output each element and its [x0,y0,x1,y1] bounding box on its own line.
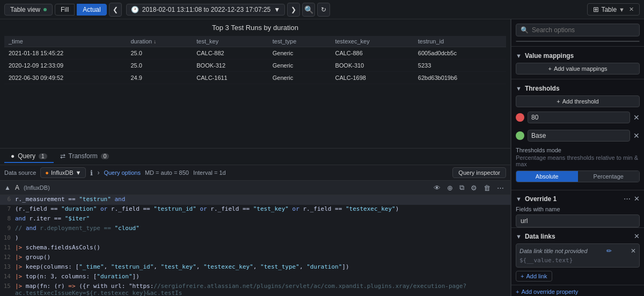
panel-title: Table [601,6,617,13]
value-mappings-section: ▼ Value mappings + Add value mappings [511,46,644,79]
fill-button[interactable]: Fill [55,4,75,16]
zoom-button[interactable]: 🔍 [302,3,315,17]
add-value-mappings-button[interactable]: + Add value mappings [516,63,640,75]
line-content: // and r.deployment_type == "cloud" [15,224,510,232]
query-toolbar: Data source ● InfluxDB ▼ ℹ › Query optio… [0,165,510,181]
datasource-select[interactable]: ● InfluxDB ▼ [40,167,86,178]
time-next-button[interactable]: ❯ [287,3,300,17]
collapse-icon[interactable]: ▲ [4,184,11,191]
data-link-value: ${__value.text} [519,257,636,264]
panel-close-icon[interactable]: ✕ [629,6,634,13]
threshold-delete-icon[interactable]: ✕ [633,131,640,140]
table-cell: 24.9 [126,72,192,84]
threshold-value-input[interactable] [528,112,630,123]
threshold-mode-section: Thresholds mode Percentage means thresho… [511,144,644,186]
threshold-row: ✕ [511,109,644,125]
search-icon: 🔍 [521,26,529,34]
data-links-section: ▼ Data links ✕ Data link title not provi… [511,227,644,285]
editor-sublabel: (InfluxDB) [24,184,50,191]
add-override-property-button[interactable]: + Add override property [511,285,644,296]
plus-icon: + [521,273,524,279]
actual-button[interactable]: Actual [77,4,106,16]
override-close-icon[interactable]: ✕ [634,195,640,203]
influxdb-icon: ● [45,169,49,176]
value-mappings-header[interactable]: ▼ Value mappings [511,51,644,63]
add-link-button[interactable]: + Add link [516,271,552,282]
panel-menu-icon[interactable]: ▼ [619,6,625,13]
tab-transform[interactable]: ⇄ Transform 0 [54,150,116,163]
plus-icon: + [516,288,519,295]
delete-button[interactable]: 🗑 [481,183,493,193]
table-cell: Generic [268,60,331,72]
overrides-button[interactable]: Overrides [578,41,640,42]
query-inspector-button[interactable]: Query inspector [452,167,506,178]
chevron-down-icon: ▼ [516,85,522,92]
absolute-button[interactable]: Absolute [516,171,578,182]
settings-button[interactable]: ⚙ [469,183,479,193]
refresh-button[interactable]: ↻ [317,3,330,17]
thresholds-title: Thresholds [525,85,640,92]
line-number: 7 [0,205,15,212]
tab-query[interactable]: ● Query 1 [4,150,54,163]
table-row[interactable]: 2020-12-09 12:33:0925.0BOOK-312GenericBO… [4,60,506,72]
fields-select[interactable]: url [516,214,640,227]
all-button[interactable]: All [516,41,578,42]
threshold-mode-desc: Percentage means thresholds relative to … [516,154,640,167]
line-content: |> group() [15,253,510,261]
add-filter-button[interactable]: ⊕ [445,183,455,193]
thresholds-header[interactable]: ▼ Thresholds [511,84,644,95]
copy-button[interactable]: ⧉ [457,182,466,193]
threshold-delete-icon[interactable]: ✕ [633,113,640,122]
tab-query-label: Query [18,152,35,160]
percentage-button[interactable]: Percentage [578,171,640,182]
override-header: ▼ Override 1 ⋯ ✕ [511,194,644,206]
left-panel: Top 3 Test Runs by duration _time durati… [0,19,511,296]
datasource-label: Data source [4,169,36,176]
data-links-close-icon[interactable]: ✕ [634,232,640,240]
query-tabs: ● Query 1 ⇄ Transform 0 [0,148,510,165]
line-content: r._measurement == "testrun" and [15,195,510,203]
delete-link-icon[interactable]: ✕ [631,247,636,255]
edit-icon[interactable]: ✏ [606,247,612,255]
override-title: Override 1 [525,195,620,203]
chevron-down-icon: ▼ [516,196,522,202]
data-table: _time duration ↓ test_key test_type test… [4,36,506,84]
data-links-header: ▼ Data links ✕ [511,231,644,243]
code-line: 12|> group() [0,253,510,263]
line-number: 6 [0,195,15,203]
query-options-button[interactable]: Query options [104,169,140,176]
hide-button[interactable]: 👁 [431,183,443,193]
view-dot [43,8,47,11]
code-line: 9 // and r.deployment_type == "cloud" [0,224,510,234]
info-icon[interactable]: ℹ [90,169,93,177]
code-line: 6 r._measurement == "testrun" and [0,195,510,205]
plus-icon: + [548,65,551,72]
code-line: 10) [0,234,510,243]
editor-header: ▲ A (InfluxDB) 👁 ⊕ ⧉ ⚙ 🗑 ⋯ [0,181,510,195]
all-overrides-toggle: All Overrides [516,41,640,42]
table-row[interactable]: 2021-01-18 15:45:2225.0CALC-882GenericCA… [4,47,506,60]
threshold-value-input[interactable] [528,130,630,142]
table-view-button[interactable]: Table view [4,4,53,16]
sort-icon: ↓ [153,39,156,45]
override-more-icon[interactable]: ⋯ [624,195,631,203]
line-number: 13 [0,263,15,270]
expand-icon[interactable]: › [97,169,99,176]
time-range-picker[interactable]: 🕐 2018-02-01 13:11:08 to 2022-12-23 17:0… [126,4,285,16]
time-range-label: 2018-02-01 13:11:08 to 2022-12-23 17:07:… [142,6,271,13]
fields-with-name-label: Fields with name [511,206,644,214]
toolbar-left: Table view Fill Actual ❮ 🕐 2018-02-01 13… [4,3,330,17]
table-row[interactable]: 2022-06-30 09:49:5224.9CALC-1611GenericC… [4,72,506,84]
chevron-down-icon: ▼ [274,6,280,13]
search-input[interactable] [532,26,635,34]
data-table-section: Top 3 Test Runs by duration _time durati… [0,19,510,148]
search-box[interactable]: 🔍 [516,24,640,36]
query-icon: ● [11,152,14,160]
add-override-property-label: Add override property [521,288,578,295]
add-threshold-button[interactable]: + Add threshold [516,95,640,107]
line-content: |> keep(columns: ["_time", "testrun_id",… [15,263,510,270]
line-number: 8 [0,214,15,222]
time-prev-button[interactable]: ❮ [109,3,122,17]
more-button[interactable]: ⋯ [495,183,506,193]
code-block[interactable]: 6 r._measurement == "testrun" and7 (r._f… [0,195,510,296]
